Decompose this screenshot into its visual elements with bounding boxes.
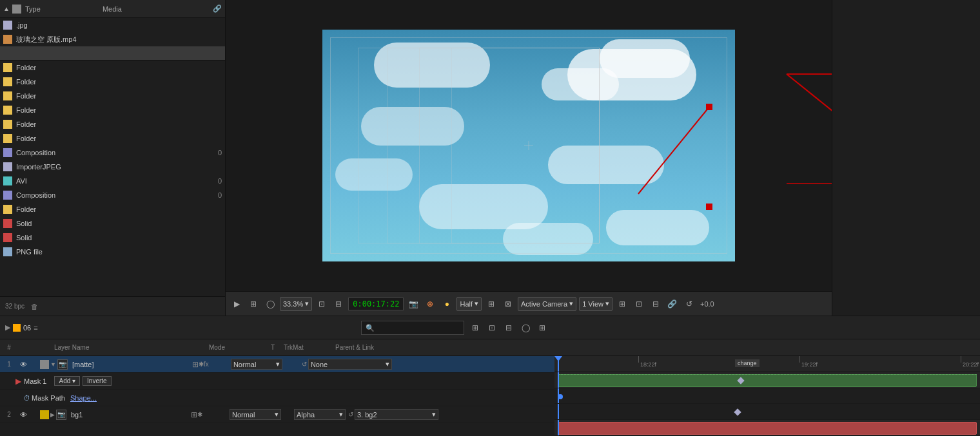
layer-row-1[interactable]: 1 👁 ▼ 📷 [matte] ⊞ ✱ fx Normal ▾ xyxy=(0,356,554,373)
tl-btn-5[interactable]: ⊞ xyxy=(535,321,549,335)
list-item-comp-2[interactable]: Composition 0 xyxy=(0,188,225,202)
viewer-btn-mask[interactable]: ◯ xyxy=(263,297,277,311)
layer-eye-2[interactable]: 👁 xyxy=(18,411,28,419)
list-item-png[interactable]: PNG file xyxy=(0,245,225,259)
viewer-btn-9[interactable]: ⊟ xyxy=(649,297,663,311)
viewer-canvas xyxy=(226,0,832,291)
comp-name: 06 xyxy=(23,324,31,332)
camera-dropdown[interactable]: Active Camera ▾ xyxy=(518,297,576,311)
color-dot[interactable]: ● xyxy=(440,297,454,311)
mask-expand-icon[interactable]: ▶ xyxy=(15,377,21,386)
tl-btn-1[interactable]: ⊞ xyxy=(468,321,482,335)
layer-mode-dropdown-1[interactable]: Normal ▾ xyxy=(231,359,282,370)
camera-chevron: ▾ xyxy=(569,299,573,308)
switch-icon-3[interactable]: fx xyxy=(204,361,209,368)
views-dropdown[interactable]: 1 View ▾ xyxy=(579,297,612,311)
folder-icon-6 xyxy=(3,134,12,143)
solid-icon-2 xyxy=(3,233,12,242)
switch-icon-1[interactable]: ⊞ xyxy=(192,360,199,369)
list-item-folder-6[interactable]: Folder xyxy=(0,131,225,146)
viewer-btn-10[interactable]: 🔗 xyxy=(665,297,680,311)
sort-arrow-icon[interactable]: ▲ xyxy=(3,5,10,12)
track-clip-2[interactable] xyxy=(558,422,977,435)
layer-mode-dropdown-2[interactable]: Normal ▾ xyxy=(230,409,281,420)
layer-parent-dropdown-1[interactable]: None ▾ xyxy=(308,359,392,370)
camera-btn[interactable]: 📷 xyxy=(406,297,420,311)
viewer-btn-7[interactable]: ⊞ xyxy=(615,297,629,311)
zoom-chevron: ▾ xyxy=(305,299,309,308)
solid-icon-1 xyxy=(3,219,12,228)
switch-icon-2[interactable]: ✱ xyxy=(199,361,204,368)
zoom-value: 33.3% xyxy=(283,300,303,308)
viewer-btn-5[interactable]: ⊞ xyxy=(484,297,498,311)
tl-btn-4[interactable]: ◯ xyxy=(518,321,533,335)
layer-trkmat-dropdown-2[interactable]: Alpha ▾ xyxy=(294,409,346,420)
list-item-folder-7[interactable]: Folder xyxy=(0,202,225,216)
viewer-btn-1[interactable]: ▶ xyxy=(230,297,244,311)
layer-parent-dropdown-2[interactable]: 3. bg2 ▾ xyxy=(355,409,438,420)
list-item-comp-1[interactable]: Composition 0 xyxy=(0,146,225,160)
list-item-jpeg[interactable]: ImporterJPEG xyxy=(0,160,225,174)
col-header-switches xyxy=(168,344,206,351)
playhead-track1 xyxy=(558,372,559,388)
item-name-folder-3: Folder xyxy=(16,92,222,100)
timecode-display[interactable]: 0:00:17:22 xyxy=(348,298,404,310)
link-icon[interactable]: 🔗 xyxy=(213,5,222,13)
list-item-solid-1[interactable]: Solid xyxy=(0,216,225,231)
list-item-folder-1[interactable]: Folder xyxy=(0,61,225,75)
list-item-solid-2[interactable]: Solid xyxy=(0,231,225,245)
tl-btn-2[interactable]: ⊡ xyxy=(485,321,499,335)
ruler-tick-1 xyxy=(638,356,639,363)
stopwatch-icon[interactable]: ⏱ xyxy=(23,394,30,402)
switch-icon-4[interactable]: ⊞ xyxy=(191,410,197,419)
svg-line-8 xyxy=(787,74,832,167)
layer-eye-1[interactable]: 👁 xyxy=(18,361,28,368)
quality-dropdown[interactable]: Half ▾ xyxy=(456,297,482,311)
layer-row-2[interactable]: 2 👁 ▶ 📷 bg1 ⊞ ✱ Normal ▾ Alpha ▾ xyxy=(0,406,554,423)
list-item-avi[interactable]: AVI 0 xyxy=(0,174,225,188)
composition-view xyxy=(322,30,735,261)
tl-btn-3[interactable]: ⊟ xyxy=(502,321,516,335)
col-header-trkmat: TrkMat xyxy=(284,344,335,351)
list-item-folder-5[interactable]: Folder xyxy=(0,117,225,131)
viewer-btn-4[interactable]: ⊟ xyxy=(331,297,346,311)
left-panel-footer: 32 bpc 🗑 xyxy=(0,296,225,316)
switch-icon-5[interactable]: ✱ xyxy=(197,411,202,418)
mask-path-label: Mask Path xyxy=(32,394,65,402)
zoom-dropdown[interactable]: 33.3% ▾ xyxy=(280,297,312,311)
list-item-jpg[interactable]: .jpg xyxy=(0,18,225,32)
list-item-folder-3[interactable]: Folder xyxy=(0,89,225,103)
viewer-btn-11[interactable]: ↺ xyxy=(682,297,696,311)
layer-expand-1[interactable]: ▼ xyxy=(50,361,56,368)
timeline-ruler[interactable]: 18:22f 19:22f 20:22f change xyxy=(554,356,980,372)
mask-mode-dropdown[interactable]: Add ▾ xyxy=(54,376,80,386)
layer-name-1: [matte] xyxy=(70,361,192,368)
list-item-folder-2[interactable]: Folder xyxy=(0,75,225,89)
avi-icon xyxy=(3,176,12,185)
mask-path-value[interactable]: Shape... xyxy=(70,394,97,402)
mask-row-1[interactable]: ▶ Mask 1 Add ▾ Inverte xyxy=(0,373,554,390)
rotation-value: +0.0 xyxy=(700,300,714,308)
item-name-solid-1: Solid xyxy=(16,220,222,227)
timeline-toolbar-icons: ⊞ ⊡ ⊟ ◯ ⊞ xyxy=(468,321,549,335)
colorwheel-btn[interactable]: ⊕ xyxy=(423,297,437,311)
list-item-mp4[interactable]: 玻璃之空 原版.mp4 xyxy=(0,32,225,46)
timeline-search-input[interactable] xyxy=(361,321,464,335)
keyframe-mask-path[interactable] xyxy=(734,409,741,416)
png-icon xyxy=(3,247,12,256)
folder-icon-5 xyxy=(3,120,12,129)
delete-button[interactable]: 🗑 xyxy=(31,303,38,310)
mask-invert-button[interactable]: Inverte xyxy=(83,376,112,386)
layer-expand-2[interactable]: ▶ xyxy=(50,412,55,418)
viewer-btn-8[interactable]: ⊡ xyxy=(632,297,646,311)
layer-parent-2-wrap: ↺ 3. bg2 ▾ xyxy=(348,409,438,420)
viewer-btn-6[interactable]: ⊠ xyxy=(501,297,515,311)
jpeg-icon xyxy=(3,21,12,30)
comp-menu-icon[interactable]: ≡ xyxy=(34,324,37,332)
list-item-folder-4[interactable]: Folder xyxy=(0,103,225,117)
viewer-btn-3[interactable]: ⊡ xyxy=(315,297,329,311)
viewer-btn-2[interactable]: ⊞ xyxy=(246,297,260,311)
col-header-t: T xyxy=(271,344,284,351)
right-panel xyxy=(832,0,980,316)
track-clip-1[interactable] xyxy=(558,374,977,387)
